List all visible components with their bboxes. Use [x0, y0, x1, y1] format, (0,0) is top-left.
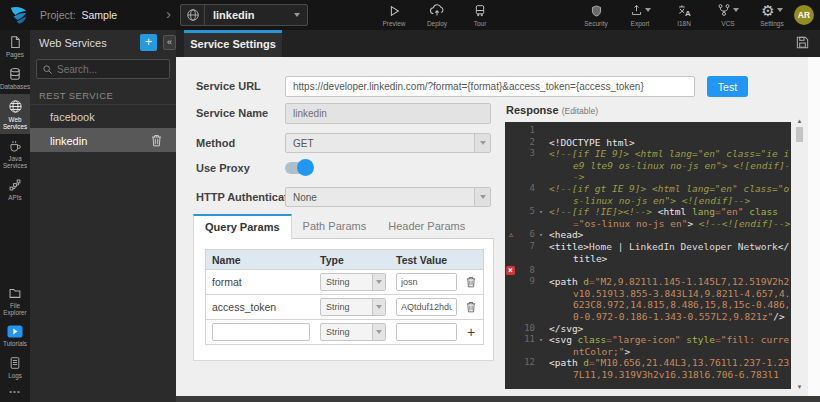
fold-caret-icon[interactable]: ▾ — [537, 334, 545, 357]
export-icon — [630, 3, 643, 17]
delete-param-icon[interactable] — [459, 301, 483, 313]
preview-button[interactable]: Preview — [378, 2, 410, 27]
code-line[interactable]: 11▾<svg class="large-icon" style="fill: … — [505, 334, 791, 357]
service-item-facebook[interactable]: facebook — [30, 104, 176, 128]
code-line[interactable]: 3<!--[if IE 9]> <html lang="en" class="i… — [505, 148, 791, 183]
search-input[interactable] — [57, 64, 157, 75]
sidebar-item-databases[interactable]: Databases — [0, 62, 30, 94]
code-line[interactable]: 5▾<!--[if !IE]><!--> <html lang="en" cla… — [505, 206, 791, 229]
code-line[interactable]: 9<path d="M2,9.821l1.145-1.145L7,12.519V… — [505, 276, 791, 322]
tab-query-params[interactable]: Query Params — [193, 214, 292, 239]
service-item-linkedin[interactable]: linkedin — [30, 128, 176, 152]
param-type-select[interactable]: String — [320, 298, 386, 316]
response-editor[interactable]: 12<!DOCTYPE html>3<!--[if IE 9]> <html l… — [505, 122, 791, 389]
code-line[interactable]: 12<path d="M10.656,21.44L3,13.761l1.237-… — [505, 357, 791, 380]
chevron-right-icon: › — [166, 5, 171, 22]
scrollbar-thumb[interactable] — [796, 127, 803, 142]
tab-path-params[interactable]: Path Params — [292, 214, 378, 239]
main-area: Service Settings Service URL Test Servic… — [176, 30, 820, 402]
user-avatar[interactable]: AR — [794, 5, 814, 25]
tab-service-settings[interactable]: Service Settings — [184, 30, 282, 57]
code-line[interactable]: 7<title>Home | LinkedIn Developer Networ… — [505, 241, 791, 264]
service-name-label: Service Name — [196, 103, 268, 123]
code-line[interactable]: 8 — [505, 265, 791, 277]
code-line[interactable]: 1 — [505, 125, 791, 137]
fold-gutter — [537, 323, 545, 335]
fold-gutter — [537, 148, 545, 183]
editor-scrollbar[interactable]: ▲ ▼ — [794, 118, 805, 390]
param-type-select[interactable]: String — [320, 323, 386, 341]
param-name-input[interactable] — [212, 323, 310, 341]
chevron-down-icon — [733, 8, 739, 12]
horizontal-scrollbar[interactable] — [176, 396, 820, 402]
save-icon[interactable] — [795, 35, 810, 50]
wavemaker-logo-icon[interactable] — [8, 4, 30, 26]
code-line[interactable]: ⚠6▾<head> — [505, 229, 791, 241]
sidebar-item-web-services[interactable]: Web Services — [0, 94, 30, 134]
code-text: <!DOCTYPE html> — [545, 137, 791, 149]
fold-caret-icon[interactable]: ▾ — [537, 229, 545, 241]
param-type-select[interactable]: String — [320, 273, 386, 291]
sidebar-item-logs[interactable]: Logs — [0, 351, 30, 383]
code-line[interactable]: 10</svg> — [505, 323, 791, 335]
method-select[interactable]: GET — [285, 133, 491, 153]
code-line[interactable]: 2<!DOCTYPE html> — [505, 137, 791, 149]
table-header-row: Name Type Test Value — [206, 250, 483, 270]
preview-label: Preview — [382, 20, 405, 27]
log-document-icon — [8, 356, 22, 370]
code-lines: 12<!DOCTYPE html>3<!--[if IE 9]> <html l… — [505, 125, 791, 380]
code-text: <head> — [545, 229, 791, 241]
project-name: Sample — [82, 9, 118, 21]
sidebar-item-pages[interactable]: Pages — [0, 30, 30, 62]
collapse-panel-button[interactable]: « — [163, 35, 176, 50]
topbar-tools-right: Security Export A I18N — [580, 2, 788, 27]
vcs-button[interactable]: VCS — [712, 2, 744, 27]
param-test-value-input[interactable] — [396, 298, 457, 316]
chevron-down-icon — [777, 8, 783, 12]
param-test-value-input[interactable] — [396, 323, 457, 341]
topbar: Project: Sample › linkedin Preview — [0, 0, 820, 30]
export-button[interactable]: Export — [624, 2, 656, 27]
more-menu-button[interactable]: ••• — [0, 383, 30, 402]
method-label: Method — [196, 133, 235, 153]
sidebar-item-java-services[interactable]: Java Services — [0, 134, 30, 173]
code-line[interactable]: 4<!--[if gt IE 9]> <html lang="en" class… — [505, 183, 791, 206]
tour-button[interactable]: Tour — [464, 2, 496, 27]
fold-gutter — [537, 276, 545, 322]
line-number: 4 — [517, 183, 537, 206]
svg-text:A: A — [685, 9, 691, 18]
database-icon — [8, 67, 22, 81]
line-number: 9 — [517, 276, 537, 322]
sidebar-item-tutorials[interactable]: Tutorials — [0, 320, 30, 351]
security-button[interactable]: Security — [580, 2, 612, 27]
deploy-button[interactable]: Deploy — [421, 2, 453, 27]
test-button[interactable]: Test — [707, 76, 748, 97]
scroll-up-icon[interactable]: ▲ — [794, 118, 805, 124]
fold-caret-icon[interactable]: ▾ — [537, 206, 545, 229]
code-text: <title>Home | LinkedIn Developer Network… — [545, 241, 791, 264]
fold-gutter — [537, 137, 545, 149]
panel-title: Web Services — [39, 37, 107, 49]
fold-gutter — [537, 183, 545, 206]
params-table: Name Type Test Value format String — [205, 249, 484, 345]
http-auth-select[interactable]: None — [285, 187, 491, 207]
i18n-label: I18N — [677, 20, 691, 27]
service-url-input[interactable] — [285, 76, 695, 97]
add-param-button[interactable]: + — [459, 325, 483, 339]
param-test-value-input[interactable] — [396, 273, 457, 291]
i18n-button[interactable]: A I18N — [668, 2, 700, 27]
app-selector-dropdown[interactable]: linkedin — [180, 4, 308, 26]
sidebar-item-apis[interactable]: APIs — [0, 173, 30, 205]
settings-button[interactable]: ⚙ Settings — [756, 2, 788, 27]
delete-service-icon[interactable] — [151, 134, 162, 147]
sidebar-item-file-explorer[interactable]: File Explorer — [0, 281, 30, 320]
service-name-input[interactable] — [285, 103, 491, 124]
settings-label: Settings — [760, 20, 784, 27]
tab-header-params[interactable]: Header Params — [377, 214, 476, 239]
scroll-down-icon[interactable]: ▼ — [794, 384, 805, 390]
add-service-button[interactable]: + — [140, 34, 157, 51]
delete-param-icon[interactable] — [459, 276, 483, 288]
fold-gutter — [537, 357, 545, 380]
use-proxy-toggle[interactable] — [285, 162, 312, 174]
error-icon — [505, 265, 517, 277]
